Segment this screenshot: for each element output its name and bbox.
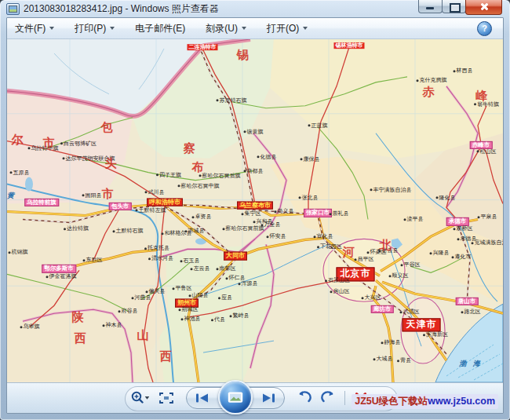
watermark: JZ5U绿色下载站www.jz5u.com	[352, 394, 498, 409]
map-label: 大城县	[373, 356, 393, 362]
map-label: 南郊区	[217, 265, 236, 272]
map-label: 察哈尔右翼前旗	[223, 226, 264, 232]
map-label: 石景山区	[325, 277, 350, 283]
menu-print[interactable]: 打印(P)	[75, 22, 115, 35]
map-labels-layer: 北京市天津市呼和浩特市乌兰察布市大同市朔州市二连浩特市锡林浩特市包头市鄂尔多斯市…	[7, 39, 503, 382]
map-label: 渤 海	[459, 360, 483, 368]
map-label: 杭锦旗	[8, 250, 27, 256]
town-dot-icon	[474, 104, 476, 106]
town-dot-icon	[179, 309, 181, 311]
rotate-cw-button[interactable]	[316, 388, 340, 408]
map-label: 东胜区	[83, 257, 103, 264]
town-dot-icon	[400, 311, 403, 313]
map-label: 呼和浩特市	[147, 198, 183, 206]
map-label: 尚义县	[275, 209, 294, 215]
map-label: 大兴区	[362, 294, 381, 301]
town-dot-icon	[199, 174, 202, 177]
photo-map-image: 北京市天津市呼和浩特市乌兰察布市大同市朔州市二连浩特市锡林浩特市包头市鄂尔多斯市…	[7, 39, 503, 383]
help-icon: ?	[482, 24, 487, 33]
town-dot-icon	[423, 334, 425, 336]
map-label: 代县	[211, 316, 225, 323]
town-dot-icon	[217, 100, 219, 102]
map-label: 平鲁区	[173, 285, 192, 291]
town-dot-icon	[82, 194, 85, 196]
town-dot-icon	[83, 259, 86, 261]
menu-open-label: 打开(O)	[267, 22, 299, 35]
menu-open[interactable]: 打开(O)	[267, 22, 308, 35]
map-label: 黄	[7, 192, 16, 200]
map-label: 商都县	[244, 168, 264, 174]
map-label: 松山区	[477, 148, 497, 155]
town-dot-icon	[454, 228, 456, 230]
town-dot-icon	[389, 275, 392, 277]
map-label: 白云鄂博矿区	[60, 141, 97, 147]
town-dot-icon	[28, 147, 31, 149]
menu-file[interactable]: 文件(F)	[15, 22, 54, 35]
chevron-down-icon	[303, 27, 308, 30]
town-dot-icon	[373, 358, 376, 360]
map-label: 土默特左旗	[136, 207, 166, 214]
window-controls	[419, 0, 502, 15]
map-label: 固阳县	[82, 192, 102, 199]
photo-viewer-app-icon	[6, 3, 20, 15]
help-button[interactable]: ?	[477, 21, 492, 36]
map-label: 山	[137, 329, 151, 342]
previous-button[interactable]	[187, 393, 218, 403]
town-dot-icon	[223, 228, 225, 230]
menu-burn[interactable]: 刻录(U)	[206, 22, 246, 35]
fit-to-window-icon	[159, 392, 173, 404]
maximize-icon	[450, 3, 461, 13]
map-label: 浑源县	[239, 280, 258, 287]
menu-email-label: 电子邮件(E)	[135, 22, 185, 35]
next-button[interactable]	[253, 393, 284, 403]
menu-email[interactable]: 电子邮件(E)	[135, 22, 185, 35]
map-label: 市	[102, 187, 115, 200]
town-dot-icon	[226, 277, 228, 279]
map-label: 康保县	[301, 156, 320, 163]
town-dot-icon	[308, 125, 311, 127]
rotate-counterclockwise-icon	[297, 391, 312, 405]
town-dot-icon	[457, 238, 460, 240]
rotate-ccw-button[interactable]	[293, 388, 316, 408]
town-dot-icon	[191, 268, 193, 270]
zoom-button[interactable]	[125, 388, 155, 408]
town-dot-icon	[401, 264, 403, 266]
town-dot-icon	[242, 213, 244, 215]
map-label: 应县	[218, 294, 232, 301]
town-dot-icon	[211, 319, 213, 321]
map-label: 锡林浩特市	[334, 42, 365, 49]
town-dot-icon	[253, 221, 256, 223]
town-dot-icon	[299, 196, 301, 199]
town-dot-icon	[261, 224, 264, 226]
town-dot-icon	[217, 268, 219, 270]
map-label: 偏关县	[146, 288, 166, 294]
map-label: 北	[380, 239, 393, 252]
next-icon	[261, 393, 275, 403]
actual-size-button[interactable]	[155, 388, 178, 408]
town-dot-icon	[148, 257, 151, 260]
maximize-button[interactable]	[442, 0, 466, 13]
magnifier-icon	[129, 390, 150, 406]
town-dot-icon	[330, 290, 333, 293]
navigation-group	[186, 387, 285, 409]
window-title: 2013083018283412.jpg - Windows 照片查看器	[24, 2, 219, 16]
town-dot-icon	[181, 318, 184, 320]
map-label: 镶黄旗	[244, 129, 264, 135]
map-label: 丰宁满族自治县	[370, 187, 412, 193]
map-label: 布	[192, 160, 206, 173]
town-dot-icon	[362, 297, 364, 299]
map-label: 达拉特旗	[64, 226, 89, 232]
town-dot-icon	[178, 184, 180, 187]
slideshow-button[interactable]	[218, 380, 253, 415]
slideshow-icon	[228, 392, 243, 404]
minimize-button[interactable]	[418, 0, 443, 13]
map-label: 大同市	[224, 252, 247, 261]
close-button[interactable]	[465, 0, 502, 15]
photo-viewer-window: 2013083018283412.jpg - Windows 照片查看器 文件(…	[0, 0, 510, 420]
town-dot-icon	[478, 216, 480, 218]
town-dot-icon	[381, 341, 384, 344]
map-label: 山阴县	[189, 292, 209, 298]
town-dot-icon	[461, 311, 464, 313]
map-label: 下花园区	[317, 244, 342, 250]
town-dot-icon	[435, 196, 438, 199]
